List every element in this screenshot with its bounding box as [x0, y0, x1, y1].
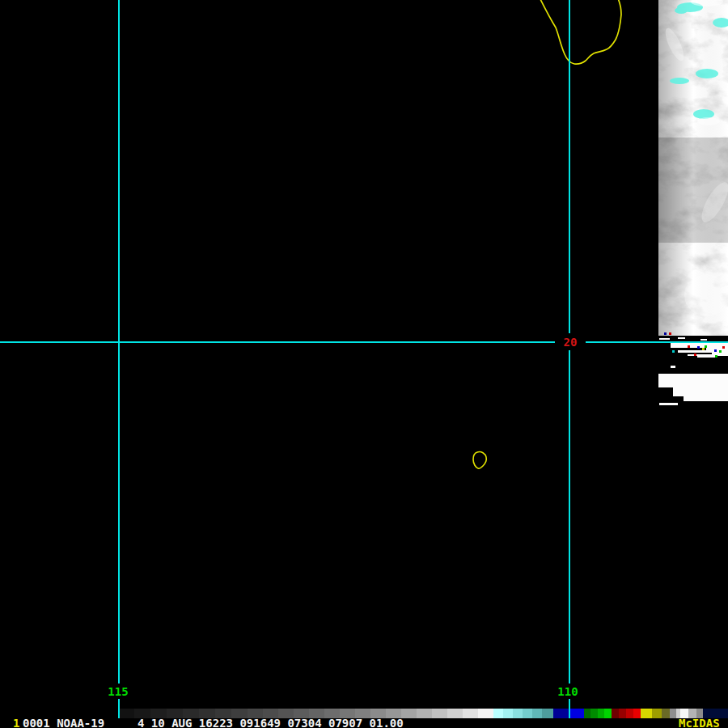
- latitude-label-20: 20: [555, 333, 586, 350]
- graticule-hline-20: [0, 341, 728, 343]
- noise-pixel: [714, 349, 717, 352]
- data-gap-block: [671, 366, 675, 368]
- colorbar-segment: [432, 709, 447, 718]
- noise-pixel: [702, 348, 705, 350]
- noise-pixel: [664, 332, 667, 335]
- colorbar-segment: [584, 709, 590, 718]
- colorbar-segment: [633, 709, 641, 718]
- frame-number: 1: [13, 718, 19, 728]
- colorbar-segment: [619, 709, 626, 718]
- colorbar-segment: [478, 709, 493, 718]
- data-gap-block: [659, 338, 670, 340]
- colorbar-segment: [513, 709, 523, 718]
- noise-pixel: [697, 346, 700, 349]
- image-info-text: 4 10 AUG 16223 091649 07304 07907 01.00: [138, 718, 404, 728]
- colorbar-segment: [532, 709, 542, 718]
- satellite-image-strip: [658, 0, 728, 336]
- data-gap-block: [658, 374, 728, 387]
- mcidas-brand-label: McIDAS: [679, 718, 720, 728]
- colorbar-segment: [626, 709, 633, 718]
- colorbar-segment: [590, 709, 598, 718]
- colorbar-segment: [542, 709, 553, 718]
- data-gap-block: [700, 339, 707, 341]
- noise-pixel: [672, 350, 675, 353]
- colorbar-segment: [569, 709, 584, 718]
- noise-pixel: [722, 346, 725, 349]
- longitude-label-110: 110: [552, 684, 583, 699]
- noise-pixel: [669, 332, 671, 335]
- noise-pixel: [715, 355, 717, 358]
- colorbar-segment: [417, 709, 432, 718]
- colorbar-segment: [523, 709, 532, 718]
- colorbar-segment: [641, 709, 652, 718]
- data-gap-block: [684, 396, 728, 401]
- data-gap-block: [697, 356, 717, 358]
- colorbar-segment: [670, 709, 676, 718]
- colorbar-segment: [503, 709, 513, 718]
- colorbar-segment: [598, 709, 604, 718]
- colorbar-segment: [612, 709, 619, 718]
- longitude-label-115: 115: [103, 684, 133, 699]
- colorbar-segment: [401, 709, 417, 718]
- mcidas-window: 20 115 110 1 0001 NOAA-19 4 10 AUG 16223…: [0, 0, 728, 728]
- graticule-vline-110: [569, 0, 570, 718]
- graticule-vline-115: [118, 0, 120, 718]
- colorbar-segment: [652, 709, 662, 718]
- colorbar-segment: [553, 709, 569, 718]
- colorbar-segment: [463, 709, 478, 718]
- colorbar-segment: [604, 709, 612, 718]
- noise-pixel: [705, 345, 707, 348]
- image-display[interactable]: [0, 0, 728, 709]
- data-gap-block: [678, 337, 685, 339]
- noise-pixel: [694, 353, 696, 356]
- colorbar-segment: [447, 709, 463, 718]
- noise-pixel: [688, 345, 690, 348]
- colorbar-segment: [493, 709, 503, 718]
- colorbar-segment: [118, 709, 134, 718]
- data-gap-block: [659, 403, 678, 405]
- colorbar-segment: [662, 709, 670, 718]
- data-gap-block: [673, 387, 728, 396]
- noise-pixel: [719, 350, 722, 353]
- image-id-text: 0001 NOAA-19: [23, 718, 104, 728]
